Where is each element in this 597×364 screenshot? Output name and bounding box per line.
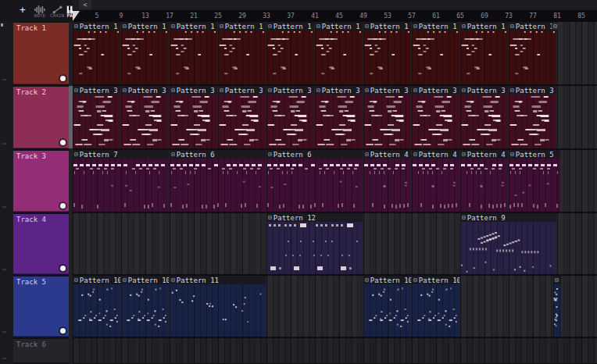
pattern-label: Pattern 11 — [177, 277, 219, 284]
track-row-2[interactable]: ⊟Pattern 3⊟Pattern 3⊟Pattern 3⊟Pattern 3… — [73, 86, 597, 148]
pattern-block[interactable]: ⊟Pattern 1 — [412, 22, 459, 84]
pattern-label-bar: ⊟Pattern 3 — [363, 86, 411, 95]
pattern-block[interactable]: ⊟Pattern 1 — [315, 22, 363, 84]
pattern-notes-preview — [170, 284, 266, 337]
pattern-block[interactable]: ⊟Pattern 1 — [218, 22, 266, 84]
pattern-block[interactable]: ⊟Pattern 6 — [266, 150, 363, 212]
add-track-button[interactable]: + — [17, 4, 28, 16]
pattern-notes-preview — [73, 95, 120, 148]
pattern-grid-icon: ⊟ — [268, 23, 272, 30]
pattern-block[interactable]: ⊟Pattern 3 — [315, 86, 363, 148]
track-indicator[interactable] — [60, 140, 66, 145]
pattern-block[interactable]: ⊟Pattern 3 — [412, 86, 459, 148]
pattern-notes-preview — [266, 159, 363, 212]
pattern-block[interactable]: ⊟Pattern 3 — [509, 86, 556, 148]
pattern-block[interactable]: ⊟Pattern 10 — [412, 276, 459, 337]
pattern-notes-preview — [363, 95, 411, 148]
pattern-block[interactable]: ⊟Pattern 1 — [121, 22, 169, 84]
collapse-sidebar-button[interactable]: < — [79, 0, 91, 9]
ruler-tick-label: 49 — [359, 12, 367, 20]
pattern-block[interactable]: ⊟Pattern 7 — [73, 150, 169, 212]
pattern-block[interactable]: ⊟Pattern 4 — [460, 150, 508, 212]
pattern-notes-preview — [73, 284, 120, 337]
pattern-grid-icon: ⊟ — [413, 277, 417, 284]
ruler-tick-label: 17 — [166, 12, 173, 20]
pattern-block[interactable]: ⊟Pattern 3 — [363, 86, 411, 148]
view-mode-note[interactable]: NOTE — [32, 1, 48, 21]
playhead-flag[interactable] — [73, 11, 80, 21]
pattern-label: Pattern 5 — [516, 151, 554, 159]
pattern-label: Pattern 1 — [80, 23, 118, 30]
pattern-block[interactable]: ⊟Pattern 1 — [363, 22, 411, 84]
pattern-block[interactable]: ⊟Pattern 1 — [509, 22, 556, 84]
pattern-block[interactable]: ⊟Pattern 6 — [170, 150, 266, 212]
pattern-block[interactable]: ⊟Pattern 1 — [460, 22, 508, 84]
track-indicator[interactable] — [60, 266, 66, 271]
pattern-label: Pattern 10 — [370, 277, 411, 284]
pattern-block[interactable]: ⊟Pattern 3 — [170, 86, 217, 148]
track-row-1[interactable]: ⊟Pattern 1⊟Pattern 1⊟Pattern 1⊟Pattern 1… — [73, 22, 597, 84]
pattern-grid-icon: ⊟ — [74, 23, 78, 30]
edge-marker — [1, 23, 3, 27]
pattern-label-bar: ⊟Pattern 1 — [73, 22, 120, 30]
pattern-grid-icon: ⊟ — [220, 87, 223, 94]
pattern-label-bar: ⊟Pattern 3 — [460, 86, 508, 95]
pattern-block[interactable]: ⊟Pattern 10 — [73, 276, 120, 337]
track-header-3[interactable]: Track 3 — [13, 151, 69, 212]
pattern-grid-icon: ⊟ — [365, 23, 369, 30]
pattern-label-bar: ⊟Pattern 4 — [363, 150, 411, 159]
pattern-block[interactable]: ⊟Pattern 3 — [218, 86, 266, 148]
pattern-notes-preview — [412, 284, 459, 337]
pattern-label: Pattern 3 — [128, 87, 166, 95]
track-header-5[interactable]: Track 5 — [13, 277, 69, 337]
pattern-grid-icon: ⊟ — [462, 23, 466, 30]
track-indicator[interactable] — [60, 203, 66, 209]
pattern-block[interactable]: ⊟Pattern 5 — [509, 150, 560, 212]
track-header-1[interactable]: Track 1 — [13, 23, 69, 84]
track-header-6[interactable]: Track 6 — [13, 339, 69, 363]
pattern-block[interactable]: ⊟Pattern 12 — [266, 213, 363, 274]
pattern-label-bar: ⊟ — [553, 276, 561, 284]
song-end-marker[interactable]: ⊟ — [552, 23, 559, 30]
track-header-2[interactable]: Track 2 — [13, 87, 69, 148]
pattern-block[interactable]: ⊟Pattern 3 — [266, 86, 314, 148]
pattern-notes-preview — [363, 284, 411, 337]
pattern-label: Pattern 6 — [273, 151, 312, 159]
pattern-block[interactable]: ⊟Pattern 10 — [363, 276, 411, 337]
pattern-notes-preview — [315, 30, 363, 84]
clipped-pattern-block[interactable]: ⊟ — [553, 276, 561, 337]
pattern-block[interactable]: ⊟Pattern 4 — [412, 150, 459, 212]
pattern-label-bar: ⊟Pattern 10 — [121, 276, 169, 284]
pattern-block[interactable]: ⊟Pattern 3 — [73, 86, 120, 148]
pattern-block[interactable]: ⊟Pattern 11 — [170, 276, 266, 337]
pattern-grid-icon: ⊟ — [316, 23, 320, 30]
pattern-grid-icon: ⊟ — [413, 23, 417, 30]
pattern-block[interactable]: ⊟Pattern 3 — [121, 86, 169, 148]
pattern-notes-preview — [363, 30, 411, 84]
track-row-5[interactable]: ⊟Pattern 10⊟Pattern 10⊟Pattern 11⊟Patter… — [73, 276, 597, 337]
pattern-label: Pattern 3 — [467, 87, 506, 95]
track-indicator[interactable] — [60, 328, 66, 334]
pattern-notes-preview — [509, 159, 560, 212]
pattern-label: Pattern 3 — [177, 87, 215, 95]
track-row-4[interactable]: ⊟Pattern 12⊟Pattern 9 — [73, 213, 597, 274]
track-header-4[interactable]: Track 4 — [13, 214, 69, 274]
view-mode-chain-label: CHAIN — [49, 12, 65, 19]
pattern-notes-preview — [73, 159, 169, 212]
pattern-label: Pattern 7 — [80, 151, 118, 159]
pattern-block[interactable]: ⊟Pattern 1 — [170, 22, 217, 84]
pattern-block[interactable]: ⊟Pattern 3 — [460, 86, 508, 148]
track-row-6[interactable] — [73, 338, 597, 363]
pattern-block[interactable]: ⊟Pattern 4 — [363, 150, 411, 212]
view-mode-chain[interactable]: CHAIN — [49, 1, 65, 21]
pattern-block[interactable]: ⊟Pattern 9 — [460, 213, 556, 274]
pattern-label-bar: ⊟Pattern 4 — [412, 150, 459, 159]
pattern-block[interactable]: ⊟Pattern 10 — [121, 276, 169, 337]
ruler-tick-label: 13 — [141, 12, 149, 20]
track-indicator[interactable] — [60, 76, 66, 81]
pattern-grid-icon: ⊟ — [316, 87, 320, 94]
track-row-3[interactable]: ⊟Pattern 7⊟Pattern 6⊟Pattern 6⊟Pattern 4… — [73, 150, 597, 212]
timeline-ruler[interactable]: 5913172125293337414549535761656973778185 — [73, 10, 597, 23]
pattern-block[interactable]: ⊟Pattern 1 — [73, 22, 120, 84]
pattern-block[interactable]: ⊟Pattern 1 — [266, 22, 314, 84]
